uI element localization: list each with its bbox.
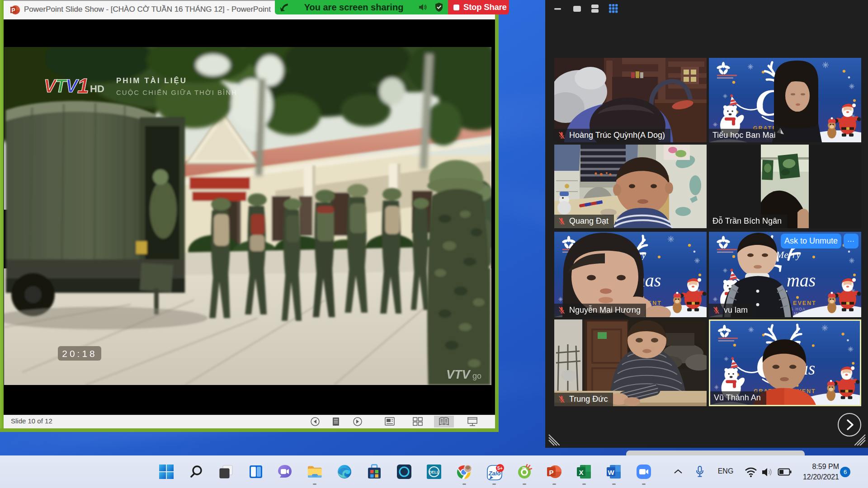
svg-text:VTV: VTV [446,368,471,381]
svg-text:P: P [549,469,553,476]
svg-text:W: W [608,469,614,476]
svg-text:HD: HD [90,83,104,94]
svg-text:1: 1 [77,74,89,98]
svg-text:X: X [579,469,583,476]
svg-text:5+: 5+ [497,465,503,471]
svg-text:20:18: 20:18 [62,348,97,359]
svg-text:CUỘC CHIẾN GIỮA THỜI BÌNH: CUỘC CHIẾN GIỮA THỜI BÌNH [116,89,237,96]
svg-text:P: P [11,7,15,14]
svg-text:PHIM TÀI LIỆU: PHIM TÀI LIỆU [116,76,187,85]
svg-text:go: go [472,371,481,380]
svg-text:DELL: DELL [429,470,439,474]
